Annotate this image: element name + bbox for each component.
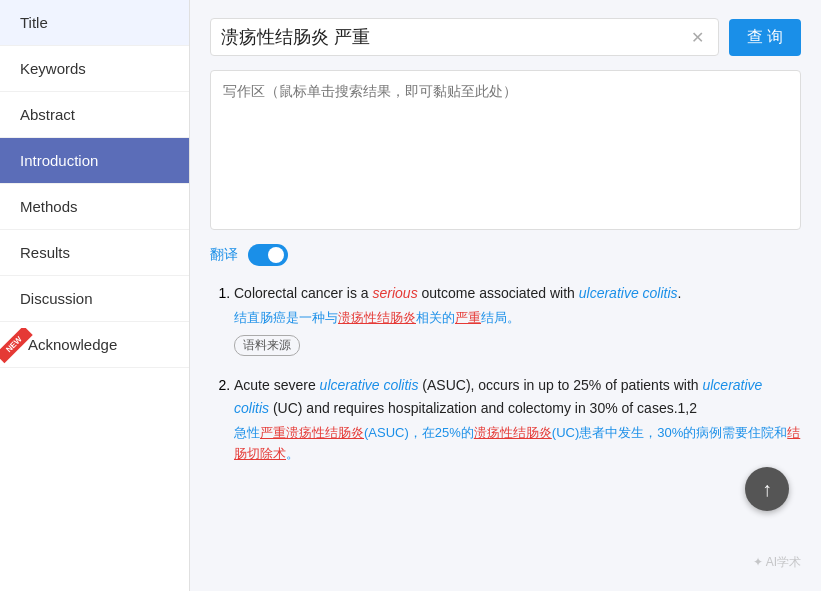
result-cn-text: 结直肠癌是一种与溃疡性结肠炎相关的严重结局。 [234, 308, 801, 329]
sidebar-item-title[interactable]: Title [0, 0, 189, 46]
result-en-text: Acute severe ulcerative colitis (ASUC), … [234, 374, 801, 419]
main-content: 溃疡性结肠炎 严重 ✕ 查 询 翻译 Colorectal cancer is … [190, 0, 821, 591]
result-en-text: Colorectal cancer is a serious outcome a… [234, 282, 801, 304]
source-tag[interactable]: 语料来源 [234, 335, 300, 356]
sidebar-item-discussion[interactable]: Discussion [0, 276, 189, 322]
result-item[interactable]: Colorectal cancer is a serious outcome a… [234, 282, 801, 356]
search-bar: 溃疡性结肠炎 严重 ✕ 查 询 [210, 18, 801, 56]
search-query-text: 溃疡性结肠炎 严重 [221, 25, 679, 49]
result-cn-text: 急性严重溃疡性结肠炎(ASUC)，在25%的溃疡性结肠炎(UC)患者中发生，30… [234, 423, 801, 465]
writing-textarea[interactable] [210, 70, 801, 230]
sidebar-item-acknowledge[interactable]: NEWAcknowledge [0, 322, 189, 368]
translate-row: 翻译 [210, 244, 801, 266]
query-button[interactable]: 查 询 [729, 19, 801, 56]
translate-toggle[interactable] [248, 244, 288, 266]
sidebar-item-results[interactable]: Results [0, 230, 189, 276]
sidebar-item-abstract[interactable]: Abstract [0, 92, 189, 138]
scroll-top-button[interactable]: ↑ [745, 467, 789, 511]
translate-label: 翻译 [210, 246, 238, 264]
sidebar-item-introduction[interactable]: Introduction [0, 138, 189, 184]
result-item[interactable]: Acute severe ulcerative colitis (ASUC), … [234, 374, 801, 464]
result-list: Colorectal cancer is a serious outcome a… [210, 282, 801, 483]
sidebar: TitleKeywordsAbstractIntroductionMethods… [0, 0, 190, 591]
sidebar-item-methods[interactable]: Methods [0, 184, 189, 230]
search-clear-button[interactable]: ✕ [687, 28, 708, 47]
search-input-wrapper: 溃疡性结肠炎 严重 ✕ [210, 18, 719, 56]
sidebar-item-keywords[interactable]: Keywords [0, 46, 189, 92]
